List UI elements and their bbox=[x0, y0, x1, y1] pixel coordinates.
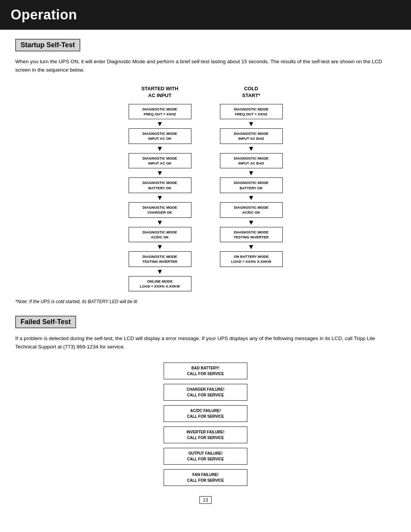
failure-box-inverter: INVERTER FAILURE!CALL FOR SERVICE bbox=[164, 427, 247, 443]
flow-box: DIAGNOSTIC MODEAC/DC OK bbox=[129, 227, 191, 243]
startup-section-title: Startup Self-Test bbox=[15, 39, 80, 51]
flow-box: ON BATTERY MODELOAD = XXX% X.XXKW bbox=[220, 251, 283, 267]
startup-note: *Note: If the UPS is cold started, its B… bbox=[15, 299, 396, 304]
flow-column-ac-input: STARTED WITHAC INPUT DIAGNOSTIC MODEFREQ… bbox=[126, 85, 194, 291]
flow-box: DIAGNOSTIC MODETESTING INVERTER bbox=[129, 251, 191, 267]
flow-box: DIAGNOSTIC MODEBATTERY OK bbox=[220, 177, 283, 193]
flow-box: DIAGNOSTIC MODEFREQ OUT = XXHz bbox=[220, 104, 283, 120]
flow-arrow: ▼ bbox=[156, 169, 163, 176]
page-header: Operation bbox=[0, 0, 411, 30]
flow-arrow: ▼ bbox=[248, 194, 255, 201]
flow-box: DIAGNOSTIC MODEINPUT AC BAD bbox=[220, 153, 283, 169]
failure-boxes: BAD BATTERY!CALL FOR SERVICE CHARGER FAI… bbox=[15, 363, 396, 486]
flow-arrow: ▼ bbox=[248, 219, 255, 226]
flow-arrow: ▼ bbox=[248, 169, 255, 176]
failure-box-bad-battery: BAD BATTERY!CALL FOR SERVICE bbox=[164, 363, 247, 379]
flow-box: ONLINE MODELOAD = XXX% X.XXKW bbox=[129, 276, 191, 292]
flow-box: DIAGNOSTIC MODEAC/DC OK bbox=[220, 202, 283, 218]
failure-box-output: OUTPUT FAILURE!CALL FOR SERVICE bbox=[164, 448, 247, 465]
flow-column-cold-start: COLDSTART* DIAGNOSTIC MODEFREQ OUT = XXH… bbox=[217, 85, 285, 291]
flow-arrow: ▼ bbox=[248, 145, 255, 152]
failure-box-acdc: AC/DC FAILURE!CALL FOR SERVICE bbox=[164, 405, 247, 422]
flow-arrow: ▼ bbox=[156, 145, 163, 152]
flow-arrow: ▼ bbox=[156, 243, 163, 250]
column-header-cold: COLDSTART* bbox=[242, 85, 260, 99]
flow-arrow: ▼ bbox=[248, 120, 255, 127]
flow-box: DIAGNOSTIC MODEINPUT AC OK bbox=[129, 153, 191, 169]
failed-intro: If a problem is detected during the self… bbox=[15, 334, 396, 351]
failed-section-title: Failed Self-Test bbox=[15, 316, 76, 328]
page-number: 13 bbox=[15, 497, 396, 503]
flow-arrow: ▼ bbox=[156, 194, 163, 201]
failure-box-fan: FAN FAILURE!CALL FOR SERVICE bbox=[164, 469, 247, 486]
flow-box: DIAGNOSTIC MODEINPUT AC OK bbox=[129, 128, 191, 144]
flow-box: DIAGNOSTIC MODEINPUT AC BAD bbox=[220, 128, 283, 144]
flow-arrow: ▼ bbox=[156, 120, 163, 127]
flow-box: DIAGNOSTIC MODECHARGER OK bbox=[129, 202, 191, 218]
page-title: Operation bbox=[11, 7, 400, 23]
startup-intro: When you turn the UPS ON, it will enter … bbox=[15, 58, 396, 74]
flow-box: DIAGNOSTIC MODEBATTERY OK bbox=[129, 177, 191, 193]
failure-box-charger: CHARGER FAILURE!CALL FOR SERVICE bbox=[164, 384, 247, 401]
flow-box: DIAGNOSTIC MODEFREQ OUT = XXHz bbox=[129, 104, 191, 120]
flow-arrow: ▼ bbox=[248, 243, 255, 250]
flow-diagram: STARTED WITHAC INPUT DIAGNOSTIC MODEFREQ… bbox=[15, 85, 396, 291]
flow-box: DIAGNOSTIC MODETESTING INVERTER bbox=[220, 227, 283, 243]
column-header-ac: STARTED WITHAC INPUT bbox=[141, 85, 178, 99]
flow-arrow: ▼ bbox=[156, 268, 163, 275]
failed-section: Failed Self-Test If a problem is detecte… bbox=[15, 316, 396, 486]
startup-section: Startup Self-Test When you turn the UPS … bbox=[15, 39, 396, 304]
flow-arrow: ▼ bbox=[156, 219, 163, 226]
